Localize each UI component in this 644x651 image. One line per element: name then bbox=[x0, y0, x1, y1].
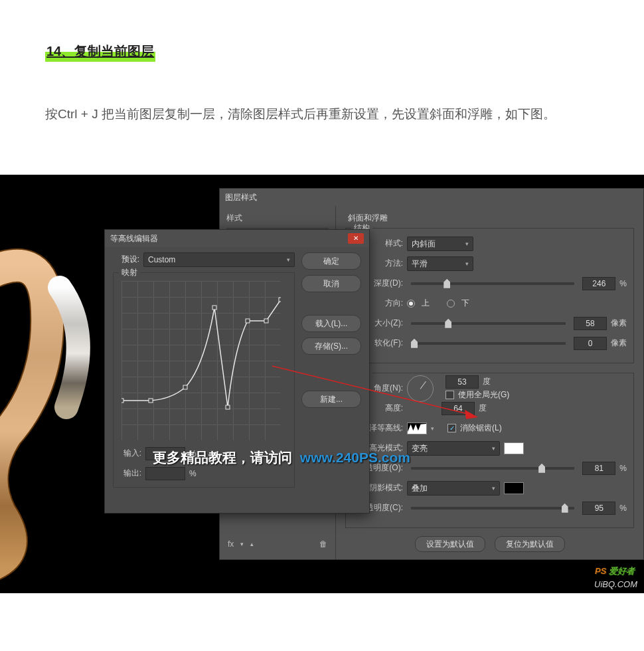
output-value-field[interactable] bbox=[145, 467, 185, 480]
chevron-down-icon: ▾ bbox=[492, 482, 495, 495]
gloss-contour-swatch[interactable] bbox=[407, 422, 427, 434]
svg-rect-2 bbox=[183, 385, 187, 389]
screenshot-container: 图层样式 样式 + + + + + fx ▾ ▴ 🗑 bbox=[0, 175, 644, 593]
trash-icon[interactable]: 🗑 bbox=[319, 539, 327, 549]
global-light-checkbox[interactable] bbox=[445, 391, 454, 399]
style-settings-column: 斜面和浮雕 结构 样式: 内斜面▾ 方法: 平滑▾ bbox=[336, 206, 643, 559]
direction-up-radio[interactable] bbox=[407, 300, 415, 308]
footer-watermark: UiBQ.COM bbox=[594, 579, 637, 589]
step-heading: 14、复制当前图层 bbox=[45, 40, 155, 62]
preset-select[interactable]: Custom▾ bbox=[143, 252, 295, 267]
altitude-value[interactable]: 64 bbox=[442, 402, 475, 415]
svg-rect-4 bbox=[226, 405, 230, 409]
preset-label: 预设: bbox=[113, 254, 139, 265]
style-select[interactable]: 内斜面▾ bbox=[407, 236, 473, 251]
chevron-down-icon[interactable]: ▾ bbox=[431, 425, 434, 432]
chevron-down-icon: ▾ bbox=[287, 253, 290, 266]
input-label: 输入: bbox=[118, 448, 141, 459]
cancel-button[interactable]: 取消 bbox=[301, 275, 361, 292]
output-label: 输出: bbox=[118, 468, 141, 479]
highlight-color-swatch[interactable] bbox=[504, 442, 524, 454]
angle-dial[interactable] bbox=[407, 375, 434, 402]
highlight-opacity-value[interactable]: 81 bbox=[582, 462, 615, 475]
reset-default-button[interactable]: 复位为默认值 bbox=[495, 536, 565, 552]
ok-button[interactable]: 确定 bbox=[301, 252, 361, 270]
shadow-opacity-value[interactable]: 95 bbox=[582, 502, 615, 515]
soften-slider[interactable] bbox=[411, 342, 566, 345]
styles-label: 样式 bbox=[226, 213, 329, 224]
chevron-down-icon: ▾ bbox=[465, 257, 469, 270]
chevron-down-icon: ▾ bbox=[492, 442, 495, 455]
soften-value[interactable]: 0 bbox=[574, 337, 607, 350]
background-text-effect bbox=[0, 175, 93, 593]
close-icon[interactable] bbox=[348, 233, 364, 244]
size-slider[interactable] bbox=[411, 322, 566, 325]
ps-badge: PS 爱好者 bbox=[595, 565, 635, 577]
svg-rect-1 bbox=[149, 399, 153, 403]
bevel-section-title: 斜面和浮雕 bbox=[348, 213, 634, 224]
highlight-mode-select[interactable]: 变亮▾ bbox=[407, 441, 500, 456]
mapping-group-title: 映射 bbox=[119, 267, 140, 278]
angle-value[interactable]: 53 bbox=[445, 375, 479, 389]
size-value[interactable]: 58 bbox=[574, 317, 607, 330]
chevron-up-icon[interactable]: ▴ bbox=[250, 541, 254, 547]
save-button[interactable]: 存储(S)... bbox=[301, 337, 361, 355]
chevron-down-icon[interactable]: ▾ bbox=[240, 541, 244, 547]
dialog-title-bar[interactable]: 图层样式 bbox=[220, 189, 643, 206]
highlight-opacity-slider[interactable] bbox=[411, 467, 574, 470]
load-button[interactable]: 载入(L)... bbox=[301, 315, 361, 332]
svg-rect-5 bbox=[246, 319, 250, 323]
direction-down-radio[interactable] bbox=[447, 300, 455, 308]
anti-alias-checkbox[interactable] bbox=[447, 424, 456, 432]
dialog-title: 图层样式 bbox=[225, 189, 257, 206]
dialog-title: 等高线编辑器 bbox=[110, 230, 158, 247]
fx-label: fx bbox=[228, 539, 234, 549]
watermark: 更多精品教程，请访问 www.240PS.com bbox=[153, 448, 410, 467]
method-select[interactable]: 平滑▾ bbox=[407, 256, 473, 271]
svg-rect-6 bbox=[264, 319, 268, 323]
shadow-mode-select[interactable]: 叠加▾ bbox=[407, 481, 500, 496]
contour-curve-canvas[interactable] bbox=[121, 281, 281, 440]
depth-slider[interactable] bbox=[411, 282, 574, 285]
chevron-down-icon: ▾ bbox=[465, 237, 469, 250]
new-button[interactable]: 新建... bbox=[301, 391, 361, 408]
svg-rect-3 bbox=[212, 306, 216, 310]
set-default-button[interactable]: 设置为默认值 bbox=[415, 536, 485, 552]
depth-value[interactable]: 246 bbox=[582, 277, 615, 290]
shadow-color-swatch[interactable] bbox=[504, 482, 524, 494]
step-description: 按Ctrl + J 把当前图层复制一层，清除图层样式后再重新设置，先设置斜面和浮… bbox=[45, 100, 599, 128]
dialog-title-bar[interactable]: 等高线编辑器 bbox=[105, 230, 369, 247]
svg-rect-7 bbox=[279, 298, 281, 302]
shadow-opacity-slider[interactable] bbox=[411, 507, 574, 510]
contour-editor-dialog: 等高线编辑器 预设: Custom▾ 映射 bbox=[104, 229, 370, 513]
svg-rect-0 bbox=[121, 399, 123, 403]
